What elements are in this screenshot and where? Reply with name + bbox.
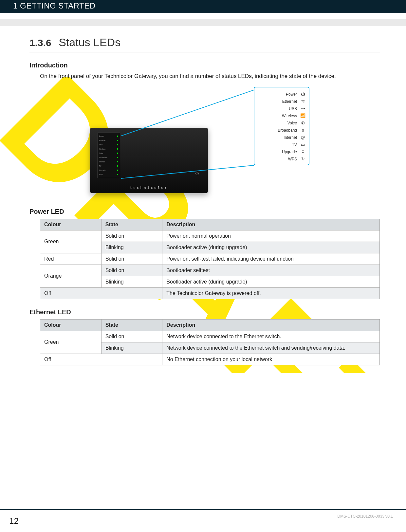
- chapter-header: 1 GETTING STARTED: [0, 0, 406, 13]
- table-cell-description: The Technicolor Gateway is powered off.: [162, 287, 380, 299]
- table-cell-colour: Red: [40, 253, 101, 265]
- table-row: OffThe Technicolor Gateway is powered of…: [40, 287, 380, 299]
- table-cell-description: No Ethernet connection on your local net…: [162, 354, 380, 365]
- table-header: State: [101, 219, 162, 230]
- table-cell-colour: Orange: [40, 265, 101, 287]
- table-row: GreenSolid onNetwork device connected to…: [40, 331, 380, 342]
- table-cell-state: Blinking: [101, 342, 162, 354]
- chapter-title: 1 GETTING STARTED: [13, 1, 96, 10]
- power-led-heading: Power LED: [29, 208, 380, 215]
- table-cell-state: Solid on: [101, 331, 162, 342]
- table-cell-description: Bootloader active (during upgrade): [162, 276, 380, 287]
- table-cell-description: Bootloader selftest: [162, 265, 380, 276]
- page-number: 12: [9, 516, 19, 526]
- intro-heading: Introduction: [29, 62, 380, 69]
- page-footer: 12 DMS-CTC-20101206-0033 v0.1: [0, 509, 406, 532]
- table-row: GreenSolid onPower on, normal operation: [40, 230, 380, 242]
- table-header: Colour: [40, 319, 101, 331]
- svg-line-0: [121, 90, 254, 136]
- table-cell-description: Network device connected to the Ethernet…: [162, 342, 380, 354]
- header-accent-band: [0, 19, 406, 26]
- table-header: Colour: [40, 219, 101, 230]
- intro-text: On the front panel of your Technicolor G…: [40, 72, 380, 80]
- section-number: 1.3.6: [29, 37, 51, 48]
- document-id: DMS-CTC-20101206-0033 v0.1: [338, 514, 393, 519]
- table-header: Description: [162, 219, 380, 230]
- table-row: OffNo Ethernet connection on your local …: [40, 354, 380, 365]
- power-led-table: ColourStateDescriptionGreenSolid onPower…: [40, 219, 380, 299]
- table-cell-state: Solid on: [101, 253, 162, 265]
- table-cell-state: Solid on: [101, 230, 162, 242]
- watermark-cover: [0, 373, 406, 532]
- table-row: RedSolid onPower on, self-test failed, i…: [40, 253, 380, 265]
- table-row: OrangeSolid onBootloader selftest: [40, 265, 380, 276]
- table-cell-description: Network device connected to the Ethernet…: [162, 331, 380, 342]
- table-cell-description: Bootloader active (during upgrade): [162, 242, 380, 253]
- table-cell-colour: Off: [40, 287, 162, 299]
- table-cell-state: Blinking: [101, 276, 162, 287]
- table-cell-description: Power on, self-test failed, indicating d…: [162, 253, 380, 265]
- ethernet-led-heading: Ethernet LED: [29, 308, 380, 316]
- table-cell-colour: Off: [40, 354, 162, 365]
- table-cell-state: Blinking: [101, 242, 162, 253]
- ethernet-led-table: ColourStateDescriptionGreenSolid onNetwo…: [40, 319, 380, 365]
- table-cell-colour: Green: [40, 230, 101, 253]
- table-header: Description: [162, 319, 380, 331]
- svg-line-1: [121, 165, 254, 178]
- table-header: State: [101, 319, 162, 331]
- device-figure: PowerEthernetUSBWirelessVoiceBroadbandIn…: [90, 87, 319, 198]
- section-title-row: 1.3.6 Status LEDs: [29, 36, 380, 52]
- callout-lead-line: [90, 87, 319, 198]
- table-cell-colour: Green: [40, 331, 101, 354]
- section-title: Status LEDs: [59, 36, 120, 49]
- table-cell-description: Power on, normal operation: [162, 230, 380, 242]
- table-cell-state: Solid on: [101, 265, 162, 276]
